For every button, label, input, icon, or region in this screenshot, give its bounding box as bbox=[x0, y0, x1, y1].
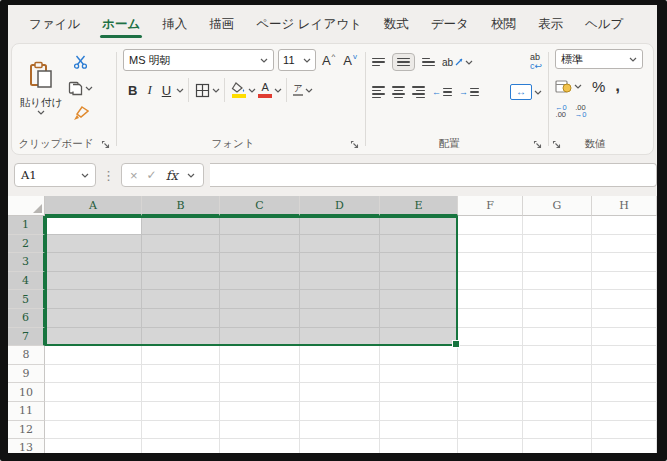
cell-F4[interactable] bbox=[458, 272, 523, 291]
cell-E5[interactable] bbox=[380, 290, 458, 309]
copy-button[interactable] bbox=[68, 77, 93, 99]
row-header-1[interactable]: 1 bbox=[8, 216, 45, 235]
tab-ページ レイアウト[interactable]: ページ レイアウト bbox=[245, 5, 373, 43]
cell-H6[interactable] bbox=[592, 309, 657, 328]
cell-E3[interactable] bbox=[380, 253, 458, 272]
alignment-dialog-launcher[interactable] bbox=[532, 139, 543, 150]
italic-button[interactable]: I bbox=[142, 81, 156, 99]
cell-A4[interactable] bbox=[45, 272, 142, 291]
cell-A13[interactable] bbox=[45, 439, 142, 453]
cell-G11[interactable] bbox=[523, 402, 592, 421]
cell-E1[interactable] bbox=[380, 216, 458, 235]
cell-G13[interactable] bbox=[523, 439, 592, 453]
cell-C8[interactable] bbox=[220, 346, 300, 365]
underline-dropdown-icon[interactable] bbox=[176, 88, 184, 93]
bold-button[interactable]: B bbox=[123, 82, 142, 99]
cell-H2[interactable] bbox=[592, 235, 657, 254]
cell-F11[interactable] bbox=[458, 402, 523, 421]
comma-style-button[interactable]: , bbox=[615, 76, 620, 96]
wrap-text-button[interactable]: ab c↩ bbox=[530, 53, 542, 71]
cell-D4[interactable] bbox=[300, 272, 380, 291]
cell-A6[interactable] bbox=[45, 309, 142, 328]
accounting-format-button[interactable] bbox=[555, 79, 582, 94]
cell-D13[interactable] bbox=[300, 439, 380, 453]
cell-A9[interactable] bbox=[45, 365, 142, 384]
cell-E12[interactable] bbox=[380, 421, 458, 440]
font-size-dropdown-icon[interactable] bbox=[303, 58, 311, 63]
cell-C1[interactable] bbox=[220, 216, 300, 235]
cell-G4[interactable] bbox=[523, 272, 592, 291]
cell-C6[interactable] bbox=[220, 309, 300, 328]
row-header-3[interactable]: 3 bbox=[8, 253, 45, 272]
cell-B10[interactable] bbox=[142, 383, 220, 402]
tab-挿入[interactable]: 挿入 bbox=[151, 5, 198, 43]
cell-F7[interactable] bbox=[458, 328, 523, 347]
cell-B9[interactable] bbox=[142, 365, 220, 384]
cell-H7[interactable] bbox=[592, 328, 657, 347]
cell-H5[interactable] bbox=[592, 290, 657, 309]
font-color-button[interactable]: A bbox=[256, 82, 274, 98]
formula-input[interactable] bbox=[210, 163, 657, 187]
column-header-E[interactable]: E bbox=[380, 196, 458, 216]
column-header-D[interactable]: D bbox=[300, 196, 380, 216]
cell-H13[interactable] bbox=[592, 439, 657, 453]
cell-H1[interactable] bbox=[592, 216, 657, 235]
increase-decimal-button[interactable]: ←0 .00 bbox=[555, 104, 567, 119]
cell-C13[interactable] bbox=[220, 439, 300, 453]
cell-B1[interactable] bbox=[142, 216, 220, 235]
cell-B8[interactable] bbox=[142, 346, 220, 365]
align-right-button[interactable] bbox=[412, 86, 425, 98]
name-box-dropdown-icon[interactable] bbox=[81, 173, 89, 178]
cell-D12[interactable] bbox=[300, 421, 380, 440]
cancel-button[interactable]: × bbox=[130, 168, 138, 183]
fx-dropdown-icon[interactable] bbox=[187, 173, 195, 178]
cell-A1[interactable] bbox=[45, 216, 142, 235]
cell-C2[interactable] bbox=[220, 235, 300, 254]
cell-H10[interactable] bbox=[592, 383, 657, 402]
cell-G10[interactable] bbox=[523, 383, 592, 402]
number-dialog-launcher[interactable] bbox=[551, 139, 562, 150]
cell-A7[interactable] bbox=[45, 328, 142, 347]
increase-font-size-button[interactable]: A^ bbox=[320, 53, 337, 68]
cell-F5[interactable] bbox=[458, 290, 523, 309]
cell-D5[interactable] bbox=[300, 290, 380, 309]
cell-C7[interactable] bbox=[220, 328, 300, 347]
align-middle-button[interactable] bbox=[392, 53, 415, 72]
cell-B13[interactable] bbox=[142, 439, 220, 453]
row-header-11[interactable]: 11 bbox=[8, 402, 45, 421]
cell-E8[interactable] bbox=[380, 346, 458, 365]
decrease-font-size-button[interactable]: Av bbox=[341, 53, 359, 68]
number-format-combo[interactable]: 標準 bbox=[555, 49, 643, 69]
cell-F9[interactable] bbox=[458, 365, 523, 384]
fill-color-dropdown-icon[interactable] bbox=[248, 88, 256, 93]
cell-H3[interactable] bbox=[592, 253, 657, 272]
cell-A10[interactable] bbox=[45, 383, 142, 402]
cell-A11[interactable] bbox=[45, 402, 142, 421]
cell-H8[interactable] bbox=[592, 346, 657, 365]
cell-C9[interactable] bbox=[220, 365, 300, 384]
cell-H11[interactable] bbox=[592, 402, 657, 421]
cell-F13[interactable] bbox=[458, 439, 523, 453]
cut-button[interactable] bbox=[68, 51, 93, 73]
align-left-button[interactable] bbox=[372, 86, 385, 98]
cell-B11[interactable] bbox=[142, 402, 220, 421]
row-header-5[interactable]: 5 bbox=[8, 290, 45, 309]
orientation-dropdown-icon[interactable] bbox=[465, 60, 473, 65]
cell-B4[interactable] bbox=[142, 272, 220, 291]
column-header-B[interactable]: B bbox=[142, 196, 220, 216]
cell-G12[interactable] bbox=[523, 421, 592, 440]
cell-G5[interactable] bbox=[523, 290, 592, 309]
underline-button[interactable]: U bbox=[157, 82, 176, 99]
decrease-indent-button[interactable]: ← bbox=[432, 87, 452, 97]
accounting-dropdown-icon[interactable] bbox=[574, 84, 582, 89]
cell-C10[interactable] bbox=[220, 383, 300, 402]
cell-D8[interactable] bbox=[300, 346, 380, 365]
tab-校閲[interactable]: 校閲 bbox=[480, 5, 527, 43]
cell-G7[interactable] bbox=[523, 328, 592, 347]
merge-center-button[interactable]: ↔ bbox=[510, 84, 542, 100]
align-center-button[interactable] bbox=[392, 86, 405, 98]
increase-indent-button[interactable]: → bbox=[459, 87, 479, 97]
font-name-dropdown-icon[interactable] bbox=[260, 58, 268, 63]
cell-H9[interactable] bbox=[592, 365, 657, 384]
decrease-decimal-button[interactable]: .00 →0 bbox=[575, 104, 587, 119]
